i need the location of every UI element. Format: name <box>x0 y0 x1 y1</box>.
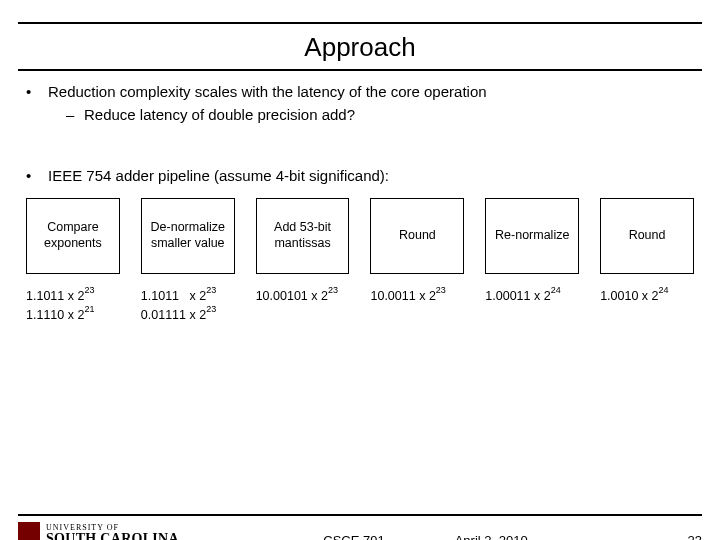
footer-center: CSCE 791 April 2, 2010 <box>323 533 527 540</box>
stage-denormalize: De-normalize smaller value <box>141 198 235 274</box>
course-code: CSCE 791 <box>323 533 384 540</box>
example-col-0: 1.1011 x 223 1.1110 x 221 <box>26 286 120 324</box>
example-col-1: 1.1011 x 223 0.01111 x 223 <box>141 286 235 324</box>
rule-bottom <box>18 514 702 516</box>
stage-add-mantissas: Add 53-bit mantissas <box>256 198 350 274</box>
stage-round-2: Round <box>600 198 694 274</box>
footer-row: UNIVERSITY OF SOUTH CAROLINA CSCE 791 Ap… <box>18 522 702 540</box>
university-logo: UNIVERSITY OF SOUTH CAROLINA <box>18 522 179 540</box>
example-col-5: 1.0010 x 224 <box>600 286 694 324</box>
example-3: 10.0011 x 223 <box>370 286 464 305</box>
slide: Approach Reduction complexity scales wit… <box>0 22 720 540</box>
bullet-1-text: Reduction complexity scales with the lat… <box>48 83 487 100</box>
content-area: Reduction complexity scales with the lat… <box>18 71 702 324</box>
bullet-2-text: IEEE 754 adder pipeline (assume 4-bit si… <box>48 167 389 184</box>
logo-text-big: SOUTH CAROLINA <box>46 532 179 540</box>
logo-icon <box>18 522 40 540</box>
example-1a: 1.1011 x 223 <box>141 286 235 305</box>
example-col-3: 10.0011 x 223 <box>370 286 464 324</box>
bullet-2: IEEE 754 adder pipeline (assume 4-bit si… <box>26 167 694 184</box>
example-col-4: 1.00011 x 224 <box>485 286 579 324</box>
logo-text: UNIVERSITY OF SOUTH CAROLINA <box>46 524 179 540</box>
example-5: 1.0010 x 224 <box>600 286 694 305</box>
pipeline-row: Compare exponents De-normalize smaller v… <box>26 198 694 274</box>
bullet-1-sub-text: Reduce latency of double precision add? <box>84 106 355 123</box>
slide-date: April 2, 2010 <box>455 533 528 540</box>
example-2: 10.00101 x 223 <box>256 286 350 305</box>
bullet-1: Reduction complexity scales with the lat… <box>26 83 694 100</box>
example-row: 1.1011 x 223 1.1110 x 221 1.1011 x 223 0… <box>26 286 694 324</box>
stage-renormalize: Re-normalize <box>485 198 579 274</box>
example-0a: 1.1011 x 223 <box>26 286 120 305</box>
page-number: 23 <box>672 533 702 540</box>
example-1b: 0.01111 x 223 <box>141 305 235 324</box>
stage-compare-exponents: Compare exponents <box>26 198 120 274</box>
footer: UNIVERSITY OF SOUTH CAROLINA CSCE 791 Ap… <box>18 514 702 540</box>
example-4: 1.00011 x 224 <box>485 286 579 305</box>
slide-title: Approach <box>18 24 702 69</box>
example-0b: 1.1110 x 221 <box>26 305 120 324</box>
bullet-1-sub: Reduce latency of double precision add? <box>66 106 694 123</box>
stage-round-1: Round <box>370 198 464 274</box>
example-col-2: 10.00101 x 223 <box>256 286 350 324</box>
